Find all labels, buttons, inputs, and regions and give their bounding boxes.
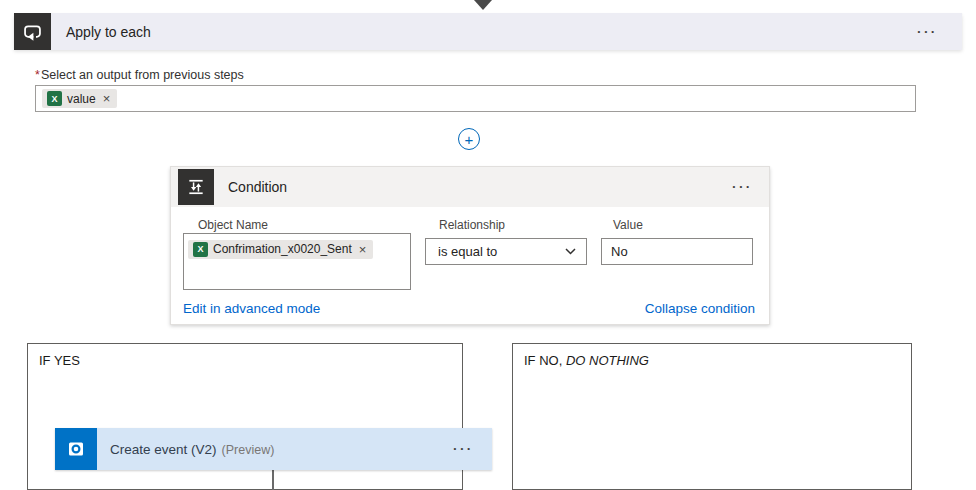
excel-icon: X [47,91,62,106]
condition-title: Condition [228,179,287,195]
if-no-label-emphasis: DO NOTHING [566,353,649,368]
connector-line [272,470,274,490]
condition-icon [178,169,214,205]
apply-to-each-loop-icon [14,13,51,50]
condition-header[interactable]: Condition ••• [171,167,769,207]
relationship-selected-value: is equal to [438,244,497,259]
object-name-token[interactable]: X Confrimation_x0020_Sent × [188,240,373,259]
value-token-label: value [67,92,96,106]
create-event-more-options-icon[interactable]: ••• [454,445,474,453]
if-no-label: IF NO, DO NOTHING [524,353,649,368]
plus-icon: + [465,132,474,147]
object-name-field[interactable]: X Confrimation_x0020_Sent × [183,233,411,290]
select-output-label: *Select an output from previous steps [35,68,244,82]
create-event-card[interactable]: Create event (V2)(Preview) ••• [55,428,492,470]
if-no-branch: IF NO, DO NOTHING [512,343,912,490]
condition-card: Condition ••• Object Name Relationship V… [170,166,770,325]
edit-advanced-mode-link[interactable]: Edit in advanced mode [183,301,320,316]
create-event-title: Create event (V2)(Preview) [110,442,274,457]
relationship-select[interactable]: is equal to [425,238,587,265]
collapse-condition-link[interactable]: Collapse condition [645,301,755,316]
apply-to-each-title: Apply to each [66,24,151,40]
condition-value-input[interactable] [601,238,753,265]
apply-to-each-output-input[interactable]: X value × [35,85,916,112]
excel-icon: X [193,242,208,257]
object-name-label: Object Name [198,218,268,232]
required-asterisk: * [35,68,40,82]
if-yes-label: IF YES [39,353,80,368]
apply-to-each-header[interactable]: Apply to each ••• [14,13,962,50]
apply-to-each-more-options-icon[interactable]: ••• [918,28,938,36]
create-event-title-text: Create event (V2) [110,442,217,457]
select-output-label-text: Select an output from previous steps [41,68,244,82]
preview-badge: (Preview) [222,443,275,457]
flow-designer-canvas: Apply to each ••• *Select an output from… [0,0,976,490]
connector-arrow-icon [474,0,492,10]
if-no-label-prefix: IF NO, [524,353,566,368]
chevron-down-icon [565,248,576,255]
relationship-label: Relationship [439,218,505,232]
object-name-token-label: Confrimation_x0020_Sent [213,242,352,256]
remove-token-icon[interactable]: × [359,243,367,256]
condition-footer: Edit in advanced mode Collapse condition [183,301,755,316]
value-label: Value [613,218,643,232]
value-token[interactable]: X value × [42,89,117,108]
insert-step-button[interactable]: + [458,128,480,150]
remove-token-icon[interactable]: × [103,92,111,105]
outlook-calendar-icon [55,428,97,470]
condition-more-options-icon[interactable]: ••• [733,183,753,191]
